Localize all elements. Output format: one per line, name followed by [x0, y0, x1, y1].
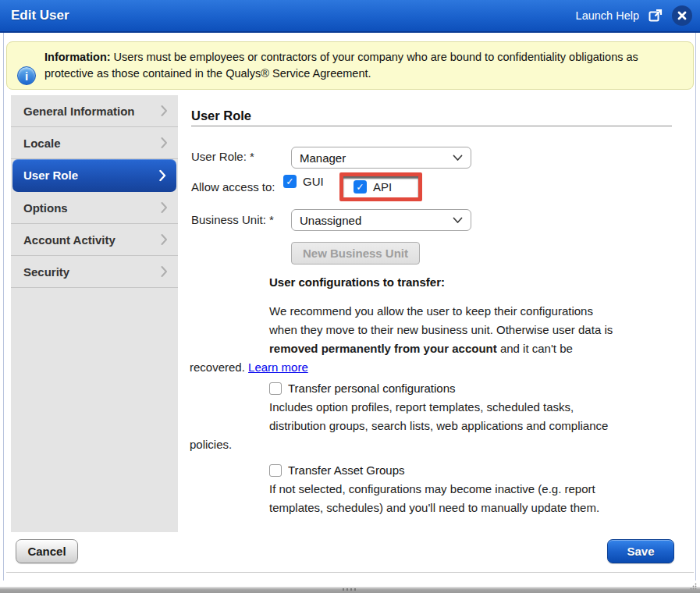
note-line: We recommend you allow the user to keep …: [269, 302, 689, 321]
gui-checkbox[interactable]: ✓: [283, 175, 297, 188]
sidebar: General Information Locale User Role Opt…: [11, 95, 178, 532]
learn-more-link[interactable]: Learn more: [248, 360, 308, 374]
external-window-icon[interactable]: [648, 8, 663, 23]
note-line-rest: and it can't be: [497, 342, 573, 355]
section-heading: User Role: [191, 108, 251, 123]
check-icon: ✓: [286, 176, 293, 187]
dialog-title: Edit User: [11, 8, 69, 23]
info-banner-body: Users must be employees or contractors o…: [44, 51, 638, 80]
business-unit-select-value: Unassigned: [300, 214, 361, 227]
chevron-right-icon: [161, 202, 168, 214]
sidebar-item-locale[interactable]: Locale: [11, 127, 178, 159]
save-button[interactable]: Save: [607, 539, 674, 563]
sidebar-item-label: Security: [23, 265, 69, 279]
api-checkbox[interactable]: ✓: [354, 180, 367, 194]
chevron-down-icon: [453, 154, 463, 162]
chevron-right-icon: [161, 266, 168, 278]
transfer-note-heading: User configurations to transfer:: [269, 275, 445, 289]
note-line-bold: removed permanently from your account: [269, 342, 497, 355]
description-line: distribution groups, search lists, web a…: [269, 417, 689, 435]
transfer-personal-label: Transfer personal configurations: [288, 382, 456, 395]
transfer-assets-label: Transfer Asset Groups: [288, 463, 405, 477]
description-line: Includes option profiles, report templat…: [269, 398, 689, 417]
description-line: If not selected, configurations may beco…: [269, 480, 689, 499]
cancel-button[interactable]: Cancel: [16, 539, 78, 563]
note-line: when they move to their new business uni…: [269, 321, 689, 339]
sidebar-item-label: Options: [23, 201, 68, 215]
check-icon: ✓: [356, 181, 364, 193]
allow-access-label: Allow access to:: [191, 180, 275, 194]
note-line: recovered. Learn more: [190, 358, 689, 377]
transfer-note-paragraph: We recommend you allow the user to keep …: [190, 302, 689, 377]
title-bar: Edit User Launch Help: [0, 0, 700, 33]
sidebar-item-label: General Information: [23, 105, 135, 118]
chevron-right-icon: [161, 105, 168, 117]
description-line: templates, schedules) and you'll need to…: [269, 499, 689, 517]
api-highlight-annotation: ✓ API: [339, 172, 422, 201]
business-unit-label: Business Unit: *: [191, 213, 274, 226]
transfer-assets-checkbox[interactable]: [269, 464, 282, 477]
new-business-unit-button[interactable]: New Business Unit: [291, 242, 420, 265]
close-icon: [677, 11, 687, 20]
chevron-right-icon: [161, 137, 168, 149]
sidebar-item-security[interactable]: Security: [11, 256, 178, 288]
info-banner-text: Information: Users must be employees or …: [44, 49, 678, 82]
sidebar-item-user-role[interactable]: User Role: [12, 159, 176, 192]
user-role-label: User Role: *: [191, 150, 254, 163]
gui-checkbox-label: GUI: [303, 175, 324, 188]
chevron-right-icon: [159, 170, 166, 182]
drag-handle-dots[interactable]: [343, 588, 358, 591]
chevron-down-icon: [453, 217, 463, 224]
api-checkbox-label: API: [373, 180, 392, 194]
info-banner: i Information: Users must be employees o…: [6, 41, 694, 90]
sidebar-item-label: Locale: [23, 137, 61, 150]
transfer-assets-row: Transfer Asset Groups: [269, 463, 405, 477]
transfer-assets-description: If not selected, configurations may beco…: [190, 480, 689, 517]
titlebar-actions: Launch Help: [576, 0, 692, 31]
transfer-personal-checkbox[interactable]: [269, 382, 282, 395]
sidebar-item-label: User Role: [23, 169, 78, 182]
user-role-select-value: Manager: [300, 151, 346, 165]
transfer-personal-row: Transfer personal configurations: [269, 382, 456, 395]
note-line-text: recovered.: [190, 360, 248, 374]
business-unit-select[interactable]: Unassigned: [291, 209, 471, 231]
sidebar-item-general-information[interactable]: General Information: [11, 95, 178, 127]
heading-divider: [191, 126, 672, 126]
resize-grip-icon[interactable]: [690, 579, 697, 593]
sidebar-item-account-activity[interactable]: Account Activity: [11, 224, 178, 256]
close-button[interactable]: [672, 5, 692, 26]
chevron-right-icon: [161, 234, 168, 246]
description-line: policies.: [190, 435, 689, 454]
sidebar-item-label: Account Activity: [23, 233, 115, 247]
dialog-bottom-divider: [6, 572, 694, 573]
transfer-personal-description: Includes option profiles, report templat…: [190, 398, 689, 454]
note-line: removed permanently from your account an…: [269, 339, 689, 358]
gui-checkbox-group: ✓ GUI: [283, 175, 324, 188]
user-role-select[interactable]: Manager: [291, 147, 471, 169]
launch-help-link[interactable]: Launch Help: [576, 9, 639, 22]
info-icon: i: [17, 66, 36, 85]
info-banner-label: Information:: [44, 51, 111, 63]
edit-user-dialog: Edit User Launch Help i Information:: [0, 0, 700, 593]
sidebar-item-options[interactable]: Options: [11, 192, 178, 224]
